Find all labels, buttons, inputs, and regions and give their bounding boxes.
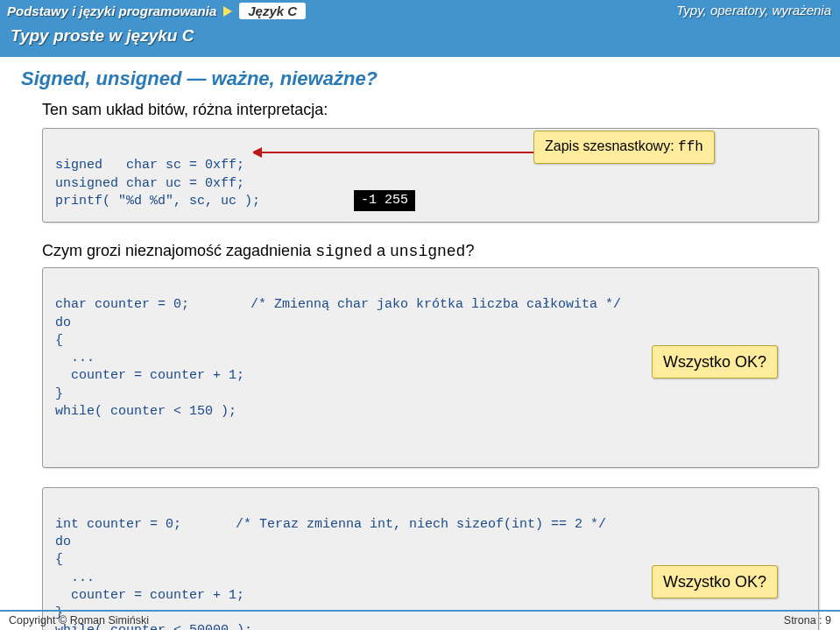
code-block-1: signed char sc = 0xff; unsigned char uc …	[42, 128, 819, 223]
code-comment: /* Teraz zmienna int, niech sizeof(int) …	[236, 517, 606, 532]
code-line: char counter = 0;	[55, 297, 189, 312]
chevron-right-icon	[222, 5, 234, 18]
question-mono-2: unsigned	[390, 243, 465, 260]
code-line: int counter = 0;	[55, 517, 181, 532]
annotation-mono: ffh	[678, 139, 703, 155]
code-line: while( counter < 150 );	[55, 404, 236, 419]
code-line: ...	[55, 570, 95, 585]
code-block-3: int counter = 0;/* Teraz zmienna int, ni…	[42, 487, 819, 631]
code-comment: /* Zmienną char jako krótka liczba całko…	[251, 297, 621, 312]
page-title: Signed, unsigned — ważne, nieważne?	[21, 67, 819, 90]
code-line: ...	[55, 350, 95, 365]
code-line: unsigned char uc = 0xff;	[55, 176, 244, 191]
question-text: Czym grozi nieznajomość zagadnienia sign…	[42, 242, 819, 260]
svg-marker-0	[223, 6, 232, 17]
code-line: }	[55, 386, 63, 401]
subheader: Typy proste w języku C	[0, 19, 840, 46]
annotation-ok-1: Wszystko OK?	[652, 345, 778, 379]
code-line: counter = counter + 1;	[55, 588, 244, 603]
code-line: {	[55, 552, 63, 567]
code-line: counter = counter + 1;	[55, 368, 244, 383]
question-mono-1: signed	[315, 243, 372, 260]
question-suffix: ?	[465, 242, 474, 259]
annotation-text: Zapis szesnastkowy:	[545, 138, 678, 153]
code-block-2: char counter = 0;/* Zmienną char jako kr…	[42, 267, 819, 468]
terminal-output: -1 255	[354, 190, 415, 211]
code-line: do	[55, 315, 71, 330]
footer: Copyright © Roman Simiński Strona : 9	[0, 610, 840, 630]
header-bar: Podstawy i języki programowania Język C …	[0, 0, 840, 57]
annotation-hex: Zapis szesnastkowy: ffh	[533, 131, 715, 164]
content: Signed, unsigned — ważne, nieważne? Ten …	[0, 57, 840, 630]
code-line: {	[55, 333, 63, 348]
code-line: do	[55, 534, 71, 549]
footer-left: Copyright © Roman Simiński	[9, 614, 149, 626]
code-line: signed char sc = 0xff;	[55, 158, 244, 173]
code-line: printf( "%d %d", sc, uc );	[55, 194, 260, 209]
intro-text: Ten sam układ bitów, różna interpretacja…	[42, 101, 819, 119]
header-right-text: Typy, operatory, wyrażenia	[676, 3, 831, 18]
question-mid: a	[372, 242, 390, 259]
breadcrumb-item-1: Podstawy i języki programowania	[7, 4, 216, 18]
breadcrumb-item-2: Język C	[239, 3, 306, 19]
arrow-icon	[253, 141, 542, 164]
footer-right: Strona : 9	[784, 614, 831, 626]
annotation-ok-2: Wszystko OK?	[652, 565, 778, 598]
